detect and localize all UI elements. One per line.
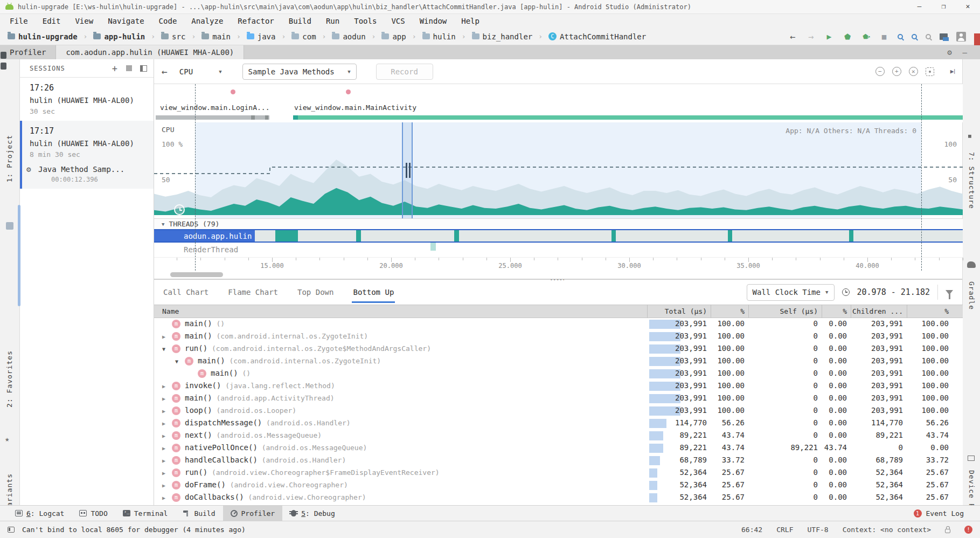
breadcrumb-item-java[interactable]: java [247,32,276,41]
toolwindow-button-logcat[interactable]: 6: Logcat [8,506,72,521]
column-separator[interactable] [822,305,822,318]
selection-handle[interactable] [402,122,413,218]
breadcrumb-item-main[interactable]: main [201,32,231,41]
lock-icon[interactable] [945,529,950,533]
expand-arrow-icon[interactable]: ▶ [162,420,165,426]
expand-arrow-icon[interactable]: ▶ [162,433,165,439]
toolwindow-button-debug[interactable]: 5: Debug [282,506,343,521]
back-icon[interactable]: ← [162,66,168,77]
minimize-button[interactable]: — [907,0,932,14]
sidebar-item-favorites[interactable]: 2: Favorites [5,350,13,408]
table-row[interactable]: ▶mnativePollOnce() (android.os.MessageQu… [154,442,963,454]
handle-grip[interactable] [406,163,407,178]
expand-arrow-icon[interactable]: ▶ [162,470,165,476]
event-timeline[interactable]: view_window.main.LoginA...view_window.ma… [154,84,963,122]
column-header-name[interactable]: Name [162,307,179,315]
menu-item-run[interactable]: Run [326,17,339,25]
zoom-to-selection-icon[interactable] [926,67,934,76]
session-item[interactable]: 17:17hulin (HUAWEI MHA-AL00)8 min 30 sec [20,121,154,164]
record-button[interactable]: Record [376,64,433,80]
tab-profiler[interactable]: Profiler [0,45,55,59]
search-icon[interactable] [912,34,917,39]
forward-icon[interactable]: → [806,32,816,42]
caret-position[interactable]: 66:42 [741,526,762,534]
column-separator[interactable] [907,305,907,318]
menu-item-help[interactable]: Help [461,17,479,25]
table-row[interactable]: ▶mdispatchMessage() (android.os.Handler)… [154,417,963,430]
column-header[interactable]: % [841,307,949,315]
clock-mode-dropdown[interactable]: Wall Clock Time▼ [747,284,835,301]
breadcrumb-item-com[interactable]: com [291,32,316,41]
expand-arrow-icon[interactable]: ▶ [162,383,165,389]
hide-panel-icon[interactable]: — [963,48,967,57]
column-separator[interactable] [647,305,648,318]
profile-icon[interactable] [898,34,903,39]
expand-arrow-icon[interactable]: ▶ [162,408,165,414]
menu-item-navigate[interactable]: Navigate [108,17,144,25]
attach-debugger-icon[interactable]: ⬟↗ [861,32,871,42]
stop-icon[interactable]: ■ [879,32,889,42]
menu-item-file[interactable]: File [10,17,28,25]
toolwindow-button-build[interactable]: Build [175,506,223,521]
zoom-in-icon[interactable]: + [892,67,901,76]
sidebar-item-project[interactable]: 1: Project [5,135,13,182]
back-icon[interactable]: ← [788,32,797,42]
stop-session-icon[interactable] [126,65,132,71]
table-row[interactable]: ▶mhandleCallback() (android.os.Handler)6… [154,454,963,467]
tab-profiler-session[interactable]: com.aodun.app.hulin (HUAWEI MHA-AL00) [55,45,244,59]
menu-item-analyze[interactable]: Analyze [191,17,223,25]
threads-section-header[interactable]: ▼ THREADS (79) [154,218,963,229]
thread-row-main[interactable]: aodun.app.hulin [154,229,963,243]
toolwindow-toggle-icon[interactable] [8,527,15,533]
menu-item-refactor[interactable]: Refactor [238,17,274,25]
debug-icon[interactable]: ⬟ [843,32,852,42]
expand-arrow-icon[interactable]: ▶ [162,334,165,340]
menu-item-code[interactable]: Code [159,17,177,25]
session-item[interactable]: 17:26hulin (HUAWEI MHA-AL00)30 sec [20,78,154,121]
sessions-scrollbar[interactable] [18,205,20,306]
cpu-usage-chart[interactable]: CPU100 %50App: N/A Others: N/A Threads: … [154,122,963,218]
breadcrumb-item-app[interactable]: app [381,32,406,41]
sidebar-item-gradle[interactable]: Gradle [968,281,976,310]
table-row[interactable]: ▼mmain() (com.android.internal.os.Zygote… [154,355,963,368]
table-row[interactable]: ▶mrun() (android.view.Choreographer$Fram… [154,467,963,479]
zoom-out-icon[interactable]: − [875,67,885,76]
avatar-icon[interactable] [956,32,966,42]
table-row[interactable]: mmain() ()203,991100.0000.00203,991100.0… [154,318,963,330]
status-message[interactable]: Can't bind to local 8605 for debugger (4… [22,526,246,534]
expand-arrow-icon[interactable]: ▶ [162,445,165,451]
find-icon[interactable] [926,34,931,39]
run-icon[interactable]: ▶ [824,32,834,42]
toolwindow-button-todo[interactable]: TODO [72,506,115,521]
event-log-button[interactable]: 1 Event Log [914,509,980,518]
menu-item-window[interactable]: Window [420,17,447,25]
filter-icon[interactable] [946,290,953,295]
recording-mode-dropdown[interactable]: Sample Java Methods▼ [242,64,357,80]
reset-zoom-icon[interactable]: ✕ [909,67,918,76]
gear-icon[interactable]: ⚙ [947,48,951,57]
tab-call-chart[interactable]: Call Chart [162,281,210,303]
close-button[interactable]: ✕ [956,0,980,14]
column-separator[interactable] [711,305,711,318]
timeline-scrollbar[interactable] [154,271,963,279]
table-row[interactable]: ▶mmain() (com.android.internal.os.Zygote… [154,330,963,343]
table-header[interactable]: NameTotal (μs)%Self (μs)%Children ...% [154,305,963,318]
menu-item-vcs[interactable]: VCS [391,17,405,25]
handle-grip[interactable] [409,163,411,178]
column-separator[interactable] [748,305,749,318]
sidebar-item-structure[interactable]: 7: Structure [968,152,976,209]
context-widget[interactable]: Context: <no context> [843,526,931,534]
breadcrumb-item-biz_handler[interactable]: biz_handler [472,32,533,41]
session-artifact-java-method-sample[interactable]: ⚙Java Method Samp...00:00:12.396 [20,164,154,189]
collapse-arrow-icon[interactable]: ▼ [162,346,165,352]
toolwindow-button-profiler[interactable]: Profiler [223,506,283,521]
expand-arrow-icon[interactable]: ▶ [162,458,165,464]
table-row[interactable]: ▶minvoke() (java.lang.reflect.Method)203… [154,380,963,392]
thread-row-render[interactable]: RenderThread [154,243,963,258]
scrollbar-thumb[interactable] [170,272,223,277]
collapse-panel-icon[interactable] [140,65,147,72]
breadcrumb-item-hulin[interactable]: hulin [422,32,456,41]
new-session-icon[interactable]: + [112,63,118,74]
tab-top-down[interactable]: Top Down [296,281,335,303]
table-row[interactable]: mmain() ()203,991100.0000.00203,991100.0… [154,368,963,380]
